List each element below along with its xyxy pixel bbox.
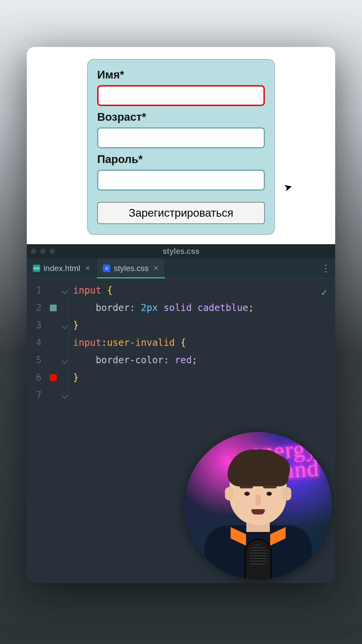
- line-number-gutter: 1 2 3 4 5 6 7: [27, 282, 46, 404]
- tab-label: styles.css: [114, 264, 148, 273]
- microphone-icon: [245, 539, 272, 580]
- app-stage: Имя* Возраст* Пароль* Зарегистрироваться…: [27, 47, 335, 583]
- registration-form: Имя* Возраст* Пароль* Зарегистрироваться: [87, 59, 275, 235]
- presenter-avatar: energyronband: [184, 432, 332, 580]
- color-swatch-red: [50, 374, 57, 381]
- password-field-label: Пароль*: [97, 153, 265, 166]
- cursor-icon: ➤: [283, 180, 294, 194]
- close-icon[interactable]: ✕: [153, 264, 159, 272]
- color-swatch-gutter: [46, 282, 60, 404]
- password-input[interactable]: [97, 170, 265, 191]
- tab-index-html[interactable]: <> index.html ✕: [27, 258, 97, 278]
- age-input[interactable]: [97, 127, 265, 148]
- code-content[interactable]: input { border: 2px solid cadetblue;}inp…: [69, 282, 254, 404]
- browser-preview-panel: Имя* Возраст* Пароль* Зарегистрироваться…: [27, 47, 335, 244]
- code-area[interactable]: ✓ 1 2 3 4 5 6 7 inpu: [27, 278, 335, 404]
- tab-overflow-button[interactable]: ⋮: [316, 258, 335, 278]
- css-file-icon: ≡: [103, 265, 110, 272]
- color-swatch-cadetblue: [50, 305, 57, 311]
- lint-ok-icon: ✓: [321, 284, 327, 301]
- editor-titlebar: styles.css: [27, 244, 335, 258]
- code-editor-panel: styles.css <> index.html ✕ ≡ styles.css …: [27, 244, 335, 583]
- person-illustration: [204, 462, 312, 580]
- html-file-icon: <>: [33, 265, 40, 272]
- name-input[interactable]: [97, 85, 265, 106]
- window-title: styles.css: [27, 247, 335, 256]
- tab-label: index.html: [44, 264, 80, 273]
- age-field-label: Возраст*: [97, 111, 265, 123]
- kebab-icon: ⋮: [321, 263, 330, 274]
- name-field-label: Имя*: [97, 68, 265, 81]
- fold-gutter: [60, 282, 69, 404]
- editor-tab-bar: <> index.html ✕ ≡ styles.css ✕ ⋮: [27, 258, 335, 278]
- tab-styles-css[interactable]: ≡ styles.css ✕: [97, 258, 165, 278]
- close-icon[interactable]: ✕: [85, 264, 90, 272]
- submit-button[interactable]: Зарегистрироваться: [97, 202, 265, 224]
